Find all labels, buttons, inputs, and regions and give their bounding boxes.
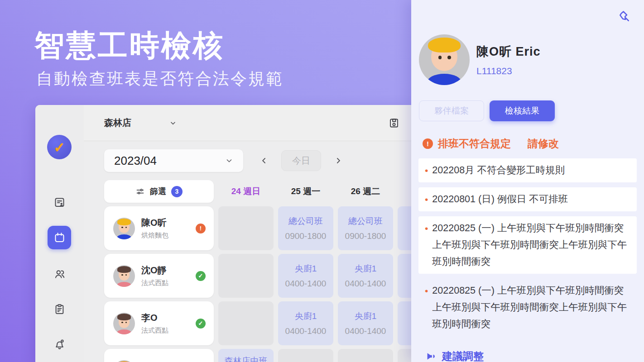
suggestion-label: 建議調整 bbox=[442, 349, 484, 362]
app-logo-check-icon: ✓ bbox=[47, 135, 72, 159]
clipboard-icon bbox=[53, 303, 66, 315]
employee-role: 法式西點 bbox=[141, 279, 168, 287]
shift-cell[interactable]: 總公司班 0900-1800 bbox=[278, 206, 333, 250]
shift-cell[interactable]: 森林店中班 bbox=[218, 349, 274, 362]
warning-action: 請修改 bbox=[528, 137, 559, 151]
sidebar-item-reports[interactable] bbox=[35, 303, 84, 315]
employee-avatar bbox=[113, 313, 135, 334]
schedule-app-window: ✓ bbox=[35, 105, 411, 362]
employee-avatar bbox=[113, 265, 135, 287]
status-ok-badge: ✓ bbox=[196, 271, 206, 281]
shift-title: 央廚1 bbox=[295, 310, 317, 322]
issue-item[interactable]: • 20220801 (日) 例假日 不可排班 bbox=[418, 187, 637, 211]
employee-card[interactable]: 宋O仁 bbox=[104, 349, 214, 362]
shift-cell-empty[interactable] bbox=[338, 349, 393, 362]
employee-role: 法式西點 bbox=[141, 326, 168, 335]
filter-button[interactable]: 篩選 3 bbox=[104, 180, 214, 203]
month-value: 2023/04 bbox=[114, 154, 157, 168]
employee-card[interactable]: 李O 法式西點 ✓ bbox=[104, 301, 214, 345]
check-result-panel: 陳O昕 Eric L111823 夥伴檔案 檢核結果 ! 排班不符合規定 請修改… bbox=[411, 0, 644, 362]
shift-cell-empty[interactable] bbox=[218, 254, 274, 298]
employee-avatar bbox=[113, 218, 135, 239]
shift-cell[interactable]: 央廚1 0400-1400 bbox=[338, 301, 393, 345]
grid-header: 篩選 3 24 週日 25 週一 26 週二 bbox=[104, 180, 411, 203]
shift-cell-empty[interactable] bbox=[278, 349, 333, 362]
day-header-monday: 25 週一 bbox=[278, 186, 333, 197]
calendar-icon bbox=[53, 232, 66, 244]
sidebar: ✓ bbox=[35, 105, 84, 362]
sidebar-item-members[interactable] bbox=[35, 268, 84, 280]
chevron-right-icon bbox=[334, 156, 343, 165]
employee-role: 烘焙麵包 bbox=[141, 231, 168, 240]
shift-title: 央廚1 bbox=[295, 263, 317, 275]
pin-button[interactable] bbox=[618, 10, 631, 24]
prev-week-button[interactable] bbox=[260, 156, 269, 165]
warning-row: ! 排班不符合規定 請修改 bbox=[423, 137, 559, 151]
filter-label: 篩選 bbox=[150, 186, 166, 197]
schedule-grid: 篩選 3 24 週日 25 週一 26 週二 陳O昕 烘焙麵包 bbox=[84, 172, 411, 362]
suggestion-link[interactable]: 建議調整 bbox=[425, 349, 484, 362]
employee-row: 陳O昕 烘焙麵包 ! 總公司班 0900-1800 總公司班 0900-1800 bbox=[104, 206, 411, 250]
employee-card[interactable]: 陳O昕 烘焙麵包 ! bbox=[104, 206, 214, 250]
shift-cell[interactable]: 央廚1 0400-1400 bbox=[338, 254, 393, 298]
shift-cell-partial[interactable] bbox=[398, 254, 411, 298]
shift-cell[interactable]: 總公司班 0900-1800 bbox=[338, 206, 393, 250]
issue-text: 20220825 (一) 上午班別與下午班別時間衝突上午班別與下午班別時間衝突上… bbox=[432, 220, 630, 270]
bullet-icon: • bbox=[425, 191, 428, 208]
panel-tabs: 夥伴檔案 檢核結果 bbox=[419, 100, 555, 121]
shift-cell-partial[interactable] bbox=[398, 206, 411, 250]
shift-time: 0400-1400 bbox=[285, 326, 327, 336]
store-topbar: 森林店 bbox=[84, 105, 411, 141]
shift-time: 0400-1400 bbox=[345, 279, 386, 289]
day-header-sunday: 24 週日 bbox=[218, 186, 274, 197]
shift-title: 總公司班 bbox=[348, 215, 383, 227]
shift-title: 森林店中班 bbox=[225, 355, 268, 362]
employee-card[interactable]: 沈O靜 法式西點 ✓ bbox=[104, 254, 214, 298]
shift-time: 0900-1800 bbox=[285, 231, 327, 241]
today-button[interactable]: 今日 bbox=[281, 150, 321, 171]
profile-name: 陳O昕 Eric bbox=[476, 43, 541, 60]
schedule-content: 森林店 2023/04 今日 bbox=[84, 105, 411, 362]
employee-row: 沈O靜 法式西點 ✓ 央廚1 0400-1400 央廚1 0400-1400 bbox=[104, 254, 411, 298]
issue-item[interactable]: • 20220825 (一) 上午班別與下午班別時間衝突上午班別與下午班別時間衝… bbox=[418, 279, 637, 336]
status-warning-badge: ! bbox=[196, 224, 206, 233]
shift-cell[interactable]: 央廚1 0400-1400 bbox=[278, 254, 333, 298]
shift-time: 0900-1800 bbox=[345, 231, 386, 241]
shift-cell[interactable]: 央廚1 0400-1400 bbox=[278, 301, 333, 345]
tab-check-result[interactable]: 檢核結果 bbox=[490, 100, 555, 121]
profile-employee-id: L111823 bbox=[476, 66, 541, 76]
save-icon bbox=[389, 118, 399, 129]
store-selector[interactable] bbox=[169, 119, 177, 127]
issue-text: 20220825 (一) 上午班別與下午班別時間衝突上午班別與下午班別時間衝突上… bbox=[432, 282, 630, 333]
filter-count-badge: 3 bbox=[171, 186, 183, 197]
shift-cell-empty[interactable] bbox=[218, 206, 274, 250]
bullet-icon: • bbox=[425, 282, 428, 333]
shift-title: 總公司班 bbox=[288, 215, 323, 227]
shift-cell-partial[interactable] bbox=[398, 301, 411, 345]
filter-icon bbox=[135, 187, 145, 196]
sidebar-item-notifications[interactable] bbox=[35, 338, 84, 350]
save-button[interactable] bbox=[389, 118, 399, 129]
issue-item[interactable]: • 202208月 不符合變形工時規則 bbox=[418, 158, 637, 182]
shift-time: 0400-1400 bbox=[345, 326, 386, 336]
bell-icon bbox=[53, 338, 66, 350]
status-ok-badge: ✓ bbox=[196, 319, 206, 329]
date-toolbar: 2023/04 今日 bbox=[84, 141, 411, 172]
sidebar-item-schedule-active[interactable] bbox=[48, 226, 71, 249]
warning-title: 排班不符合規定 bbox=[438, 137, 511, 151]
month-picker[interactable]: 2023/04 bbox=[104, 149, 243, 172]
issue-item[interactable]: • 20220825 (一) 上午班別與下午班別時間衝突上午班別與下午班別時間衝… bbox=[418, 216, 637, 274]
page-subtitle: 自動檢查班表是否符合法令規範 bbox=[36, 68, 284, 90]
next-week-button[interactable] bbox=[334, 156, 343, 165]
tab-partner-profile[interactable]: 夥伴檔案 bbox=[419, 100, 484, 121]
shift-cell-partial-empty[interactable] bbox=[398, 349, 411, 362]
sidebar-item-staff-records[interactable] bbox=[35, 196, 84, 209]
shift-cell-empty[interactable] bbox=[218, 301, 274, 345]
megaphone-icon bbox=[425, 350, 437, 362]
employee-name: 沈O靜 bbox=[141, 264, 168, 276]
pin-icon bbox=[618, 10, 631, 24]
alert-icon: ! bbox=[423, 138, 433, 149]
shift-title: 央廚1 bbox=[355, 263, 377, 275]
chevron-left-icon bbox=[260, 156, 269, 165]
page-title: 智慧工時檢核 bbox=[34, 25, 225, 66]
